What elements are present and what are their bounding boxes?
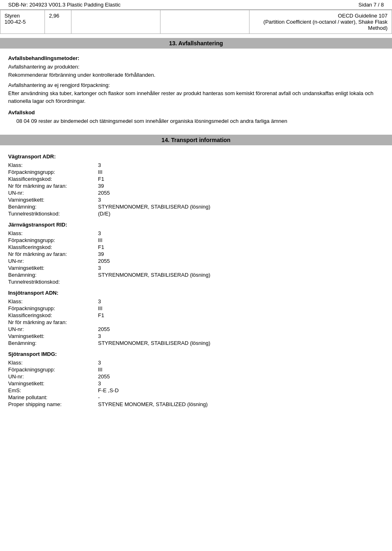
transport-field-label: Tunnelrestriktionskod: <box>8 211 98 217</box>
transport-field-value: 39 <box>98 251 384 257</box>
transport-field-label: Klass: <box>8 162 98 168</box>
transport-field-value: 3 <box>98 162 384 168</box>
transport-field-value: III <box>98 305 384 311</box>
transport-field-value <box>98 319 384 325</box>
transport-field-label: Varningsetikett: <box>8 380 98 387</box>
transport-field-value: F-E ,S-D <box>98 387 384 393</box>
transport-field-label: EmS: <box>8 387 98 393</box>
transport-field-value: F1 <box>98 312 384 318</box>
transport-field-value: F1 <box>98 244 384 250</box>
insjotransport-section: Insjötransport ADN: Klass:3Förpackningsg… <box>8 290 384 346</box>
transport-field-label: Klassificeringskod: <box>8 176 98 182</box>
avfallskod-title: Avfallskod <box>8 109 384 116</box>
transport-field-label: UN-nr: <box>8 190 98 196</box>
transport-field-value: 3 <box>98 380 384 387</box>
transport-field-label: Benämning: <box>8 272 98 278</box>
transport-field-label: UN-nr: <box>8 373 98 380</box>
vagtransport-grid: Klass:3Förpackningsgrupp:IIIKlassificeri… <box>8 162 384 217</box>
transport-field-label: Klassificeringskod: <box>8 312 98 318</box>
table-chemical-name: Styren 100-42-5 <box>0 10 45 34</box>
transport-field-label: Nr för märkning av faran: <box>8 251 98 257</box>
section13-content: Avfallsbehandlingsmetoder: Avfallshanter… <box>0 49 392 131</box>
transport-field-value: 3 <box>98 197 384 203</box>
transport-field-label: Förpackningsgrupp: <box>8 237 98 243</box>
transport-field-label: Nr för märkning av faran: <box>8 319 98 325</box>
transport-field-value: III <box>98 367 384 373</box>
table-method: OECD Guideline 107 (Partition Coefficien… <box>249 10 392 34</box>
transport-field-label: Klassificeringskod: <box>8 244 98 250</box>
transport-field-label: Varningsetikett: <box>8 265 98 271</box>
transport-field-value: F1 <box>98 176 384 182</box>
transport-field-value: 39 <box>98 183 384 189</box>
jarnvag-grid: Klass:3Förpackningsgrupp:IIIKlassificeri… <box>8 230 384 285</box>
transport-field-label: Benämning: <box>8 340 98 346</box>
transport-field-label: Proper shipping name: <box>8 401 98 407</box>
transport-field-label: Förpackningsgrupp: <box>8 305 98 311</box>
transport-field-value: 3 <box>98 298 384 304</box>
transport-field-value: (D/E) <box>98 211 384 217</box>
transport-field-label: Förpackningsgrupp: <box>8 169 98 175</box>
section13-subsection2-text: Avfallshantering av ej rengjord förpackn… <box>8 81 384 105</box>
section14-content: Vägtransport ADR: Klass:3Förpackningsgru… <box>0 145 392 412</box>
transport-field-value: 3 <box>98 360 384 366</box>
document-header: SDB-Nr: 204923 V001.3 Plastic Padding El… <box>0 0 392 10</box>
transport-field-label: Klass: <box>8 298 98 304</box>
jarnvag-title: Järnvägstransport RID: <box>8 222 384 228</box>
jarnvag-section: Järnvägstransport RID: Klass:3Förpacknin… <box>8 222 384 285</box>
table-value: 2,96 <box>45 10 71 34</box>
avfallskod-text: 08 04 09 rester av bindemedel och tätnin… <box>8 117 384 125</box>
page-wrapper: SDB-Nr: 204923 V001.3 Plastic Padding El… <box>0 0 392 420</box>
section13-header: 13. Avfallshantering <box>0 38 392 49</box>
transport-field-label: Klass: <box>8 230 98 236</box>
transport-field-label: Tunnelrestriktionskod: <box>8 279 98 285</box>
transport-field-label: Nr för märkning av faran: <box>8 183 98 189</box>
section14-header: 14. Transport information <box>0 135 392 145</box>
transport-field-value: 2055 <box>98 258 384 264</box>
header-right: Sidan 7 / 8 <box>359 2 384 8</box>
transport-field-label: Klass: <box>8 360 98 366</box>
vagtransport-section: Vägtransport ADR: Klass:3Förpackningsgru… <box>8 153 384 217</box>
transport-field-label: Marine pollutant: <box>8 394 98 400</box>
vagtransport-title: Vägtransport ADR: <box>8 153 384 160</box>
transport-field-label: Varningsetikett: <box>8 197 98 203</box>
transport-field-value: STYRENE MONOMER, STABILIZED (lösning) <box>98 401 384 407</box>
transport-field-label: Förpackningsgrupp: <box>8 367 98 373</box>
transport-field-value <box>98 279 384 285</box>
transport-field-label: Benämning: <box>8 204 98 210</box>
transport-field-value: - <box>98 394 384 400</box>
transport-field-value: 2055 <box>98 373 384 380</box>
insjotransport-grid: Klass:3Förpackningsgrupp:IIIKlassificeri… <box>8 298 384 346</box>
insjotransport-title: Insjötransport ADN: <box>8 290 384 296</box>
transport-field-value: STYRENMONOMER, STABILISERAD (lösning) <box>98 340 384 346</box>
section13-subsection1-title: Avfallsbehandlingsmetoder: <box>8 55 384 61</box>
transport-field-label: UN-nr: <box>8 258 98 264</box>
sjotransport-grid: Klass:3Förpackningsgrupp:IIIUN-nr:2055Va… <box>8 360 384 407</box>
transport-field-value: 2055 <box>98 190 384 196</box>
transport-field-value: STYRENMONOMER, STABILISERAD (lösning) <box>98 272 384 278</box>
table-empty1 <box>71 10 160 34</box>
transport-field-value: III <box>98 169 384 175</box>
transport-field-value: 3 <box>98 230 384 236</box>
top-data-table: Styren 100-42-5 2,96 OECD Guideline 107 … <box>0 10 392 34</box>
transport-field-value: 3 <box>98 265 384 271</box>
transport-field-value: STYRENMONOMER, STABILISERAD (lösning) <box>98 204 384 210</box>
sjotransport-section: Sjötransport IMDG: Klass:3Förpackningsgr… <box>8 351 384 407</box>
transport-field-label: Varningsetikett: <box>8 333 98 339</box>
sjotransport-title: Sjötransport IMDG: <box>8 351 384 357</box>
transport-field-value: III <box>98 237 384 243</box>
transport-field-value: 3 <box>98 333 384 339</box>
section13-subsection1-text: Avfallshantering av produkten: Rekommend… <box>8 63 384 79</box>
header-left: SDB-Nr: 204923 V001.3 Plastic Padding El… <box>8 2 120 8</box>
transport-field-value: 2055 <box>98 326 384 332</box>
table-empty2 <box>160 10 249 34</box>
transport-field-label: UN-nr: <box>8 326 98 332</box>
